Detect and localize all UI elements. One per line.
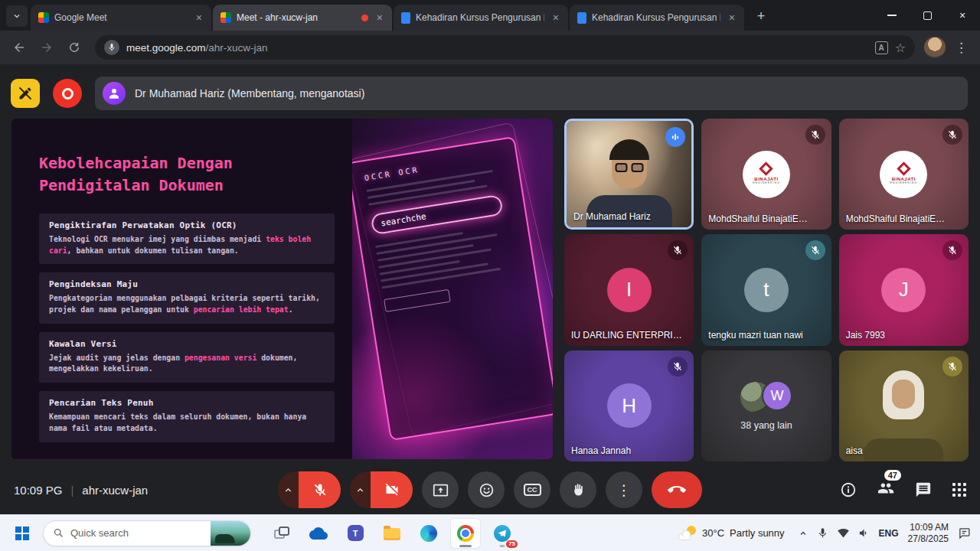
tab-google-meet[interactable]: Google Meet × <box>31 5 211 31</box>
tab-title: Meet - ahr-xucw-jan <box>237 12 356 23</box>
slide-section-indexing: Pengindeksan Maju Pengkategorian menggun… <box>39 272 335 323</box>
participant-name: IU DARLING ENTERPRI… <box>571 330 682 341</box>
participant-tile-mohdshaiful-1[interactable]: BINAJATI ENGINEERING MohdShaiful Binajat… <box>701 119 831 230</box>
slide-title: Kebolehcapaian Dengan Pendigitalan Dokum… <box>39 152 345 197</box>
tab-kehadiran-1[interactable]: Kehadiran Kursus Pengurusan D × <box>394 5 568 31</box>
reload-button[interactable] <box>63 36 86 59</box>
search-highlight-image[interactable] <box>211 520 250 546</box>
people-panel-button[interactable]: 47 <box>877 480 894 500</box>
meet-favicon <box>220 12 231 23</box>
participant-tile-iu-darling[interactable]: I IU DARLING ENTERPRI… <box>564 234 694 345</box>
annotation-off-chip[interactable] <box>11 79 40 108</box>
meet-alert-row: Dr Muhamad Hariz (Membentang, menganotas… <box>11 77 968 110</box>
browser-tab-strip: Google Meet × Meet - ahr-xucw-jan × Keha… <box>0 0 980 31</box>
clock-time: 10:09 AM <box>908 522 949 533</box>
chrome-icon[interactable] <box>450 518 481 549</box>
activities-icon[interactable] <box>952 483 966 497</box>
telegram-icon[interactable]: 75 <box>487 518 518 549</box>
meeting-code: ahr-xucw-jan <box>82 484 148 497</box>
minimize-button[interactable] <box>874 0 910 31</box>
slide-section-version: Kawalan Versi Jejak audit yang jelas den… <box>39 332 335 383</box>
teams-icon[interactable]: T <box>340 518 371 549</box>
forward-button[interactable] <box>35 36 58 59</box>
tab-close-icon[interactable]: × <box>193 11 205 24</box>
new-tab-button[interactable]: + <box>750 5 772 27</box>
tab-search-button[interactable] <box>6 5 28 27</box>
taskbar-clock[interactable]: 10:09 AM 27/8/2025 <box>908 522 949 545</box>
volume-icon[interactable] <box>858 527 870 539</box>
profile-avatar[interactable] <box>924 37 946 58</box>
participant-tile-aisa[interactable]: aisa <box>839 350 969 461</box>
participant-tile-dr-muhamad-hariz[interactable]: Dr Muhamad Hariz <box>564 119 694 230</box>
recording-chip[interactable] <box>53 79 82 108</box>
tab-title: Kehadiran Kursus Pengurusan D <box>416 12 544 23</box>
presenter-banner-text: Dr Muhamad Hariz (Membentang, menganotas… <box>135 87 364 99</box>
mic-muted-button[interactable] <box>299 471 341 508</box>
translate-icon[interactable]: A <box>875 41 888 54</box>
close-window-button[interactable]: × <box>945 0 980 31</box>
mic-off-badge <box>942 240 962 260</box>
participant-tile-hanaa-jannah[interactable]: H Hanaa Jannah <box>564 350 694 461</box>
taskbar-search[interactable] <box>43 520 251 546</box>
tab-close-icon[interactable]: × <box>726 11 738 24</box>
keyboard-language[interactable]: ENG <box>879 528 899 539</box>
tab-kehadiran-2[interactable]: Kehadiran Kursus Pengurusan D × <box>570 5 744 31</box>
back-button[interactable] <box>8 36 31 59</box>
onedrive-icon[interactable] <box>303 518 334 549</box>
edge-icon[interactable] <box>413 518 444 549</box>
raise-hand-button[interactable] <box>560 471 596 508</box>
search-input[interactable] <box>70 527 185 539</box>
mic-off-badge <box>942 357 962 377</box>
mic-off-badge <box>805 240 825 260</box>
file-explorer-icon[interactable] <box>377 518 407 549</box>
tab-title: Google Meet <box>54 12 188 23</box>
participant-name: aisa <box>846 445 863 456</box>
mic-permission-icon[interactable] <box>104 40 119 55</box>
hidden-icons-chevron[interactable] <box>799 529 808 538</box>
meeting-time: 10:09 PG <box>14 484 62 497</box>
sheet-favicon <box>577 12 586 24</box>
more-options-button[interactable]: ⋮ <box>606 471 642 508</box>
participant-name: Jais 7993 <box>846 330 885 341</box>
camera-options-chevron[interactable] <box>350 471 371 508</box>
participant-tile-mohdshaiful-2[interactable]: BINAJATI ENGINEERING MohdShaiful Binajat… <box>839 119 969 230</box>
participant-tile-jais[interactable]: J Jais 7993 <box>839 234 969 345</box>
camera-off-button[interactable] <box>371 471 413 508</box>
tab-meet-call[interactable]: Meet - ahr-xucw-jan × <box>213 5 392 31</box>
people-icon <box>877 480 894 497</box>
task-view-button[interactable] <box>266 518 297 549</box>
weather-widget[interactable]: 30°C Partly sunny <box>674 523 789 543</box>
meeting-details-icon[interactable] <box>840 481 857 498</box>
mic-options-ch evron[interactable] <box>278 471 299 508</box>
start-button[interactable] <box>9 520 35 546</box>
slide-section-ocr: Pengiktirafan Perwatakan Optik (OCR) Tek… <box>39 214 335 264</box>
binajati-logo: BINAJATI ENGINEERING <box>880 151 927 198</box>
temperature: 30°C <box>702 527 724 539</box>
call-controls: CC ⋮ <box>278 471 702 508</box>
participant-tile-others[interactable]: W 38 yang lain <box>701 350 831 461</box>
participant-name: MohdShaiful BinajatiE… <box>708 214 807 224</box>
chat-panel-icon[interactable] <box>915 481 932 498</box>
participant-tile-tengku-mazri[interactable]: t tengku mazri tuan nawi <box>701 234 831 345</box>
wifi-icon[interactable] <box>838 527 849 539</box>
shared-screen-tile[interactable]: Kebolehcapaian Dengan Pendigitalan Dokum… <box>11 119 553 459</box>
end-call-button[interactable] <box>652 471 702 508</box>
present-screen-button[interactable] <box>422 471 459 508</box>
avatar-initial: H <box>607 383 652 428</box>
notification-center-icon[interactable] <box>958 527 971 540</box>
participant-name: MohdShaiful BinajatiE… <box>846 214 945 224</box>
url-path: /ahr-xucw-jan <box>206 42 268 54</box>
browser-menu-icon[interactable]: ⋮ <box>950 40 972 56</box>
reactions-button[interactable] <box>468 471 505 508</box>
mic-control <box>278 471 341 508</box>
meet-side-panel-icons: 47 <box>840 480 966 500</box>
bookmark-star-icon[interactable]: ☆ <box>895 41 906 55</box>
maximize-button[interactable] <box>910 0 945 31</box>
tab-close-icon[interactable]: × <box>550 11 562 24</box>
captions-button[interactable]: CC <box>514 471 550 508</box>
desktop-screen: Google Meet × Meet - ahr-xucw-jan × Keha… <box>0 0 980 551</box>
tab-title: Kehadiran Kursus Pengurusan D <box>592 12 720 23</box>
tab-close-icon[interactable]: × <box>374 11 386 24</box>
address-bar[interactable]: meet.google.com/ahr-xucw-jan A ☆ <box>95 35 915 60</box>
tray-mic-icon[interactable] <box>817 527 828 539</box>
